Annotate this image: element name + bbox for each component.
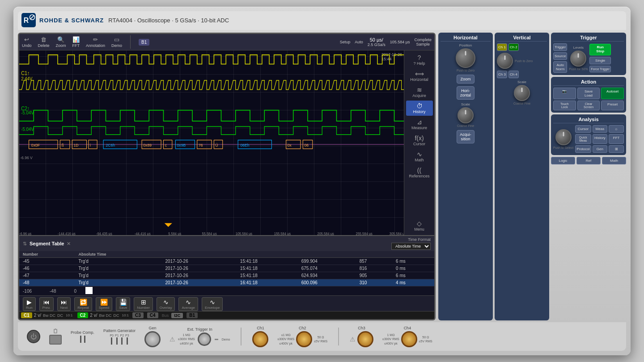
touch-lock-button[interactable]: Touch Lock: [553, 101, 576, 110]
segment-selector[interactable]: [85, 287, 93, 294]
average-button[interactable]: ∿ Average: [178, 297, 198, 311]
levels-label: Levels: [573, 46, 584, 50]
analysis-title: Analysis: [553, 117, 624, 123]
vert-position-knob[interactable]: [497, 53, 513, 69]
fft-button[interactable]: 📊 FFT: [72, 36, 80, 48]
play-icon: ▶: [27, 299, 32, 306]
menu-item-cursor[interactable]: f(x) Cursor: [406, 133, 433, 148]
save-load-button[interactable]: Save Load: [577, 88, 600, 99]
trigger-levels-group: Levels Push for 50%: [569, 46, 588, 71]
history-analysis-button[interactable]: History: [593, 134, 608, 144]
analysis-knob[interactable]: [555, 129, 572, 145]
table-row[interactable]: -47 Trg'd 2017-10-26 15:41:18 624.934 90…: [19, 272, 434, 279]
math-button[interactable]: Math: [602, 157, 626, 164]
ch4-button[interactable]: Ch 4: [508, 71, 519, 78]
row-val1: 699.904: [298, 258, 356, 265]
push-select-label: Push to Select: [553, 146, 573, 149]
single-button[interactable]: Single: [589, 57, 611, 64]
acquisition-btn[interactable]: Acqui- sition: [457, 130, 475, 143]
ch1-button[interactable]: Ch 1: [497, 43, 507, 51]
ch4-specs: 1 MΩ≤300V RMS≤400V pk: [382, 333, 399, 345]
brightness-button[interactable]: ☼: [609, 125, 624, 133]
menu-item-history[interactable]: ⏱ History: [406, 101, 433, 116]
vert-scale-knob[interactable]: [514, 85, 530, 101]
ch2-button[interactable]: Ch 2: [508, 43, 519, 51]
horiz-btn-row2: Hori- zontal: [457, 86, 475, 100]
fft-analysis-button[interactable]: FFT: [609, 134, 624, 144]
speed-button[interactable]: ⏩ Speed: [96, 297, 112, 311]
number-button[interactable]: ⊞ Number: [134, 297, 153, 311]
trigger-button[interactable]: Trigger: [553, 43, 567, 51]
gen-bnc: [144, 331, 161, 347]
bus-val[interactable]: I2C: [171, 313, 183, 318]
cursor-icon: f(x): [407, 135, 432, 142]
cursor-analysis-button[interactable]: Cursor: [575, 125, 591, 133]
demo-icon: ▭: [114, 36, 119, 43]
p0-pin: [111, 337, 112, 345]
source-button[interactable]: Source: [553, 52, 567, 60]
b1-button[interactable]: B1: [139, 39, 149, 46]
protocol-button[interactable]: Protocol: [575, 145, 591, 153]
ch3-button[interactable]: Ch 3: [497, 71, 507, 78]
save-transport-button[interactable]: 💾 Save: [116, 297, 130, 311]
menu-item-measure[interactable]: ⊿ Measure: [406, 117, 433, 132]
menu-item-references[interactable]: (( References: [406, 165, 433, 180]
autoset-button[interactable]: Autoset: [601, 88, 624, 99]
force-trigger-button[interactable]: Force Trigger: [589, 66, 611, 72]
menu-item-main-menu[interactable]: ◇ Menu: [406, 218, 433, 233]
auto-norm-button[interactable]: Auto Norm: [553, 61, 567, 73]
svg-text:105.584 µs: 105.584 µs: [236, 232, 252, 235]
gen-analysis-button[interactable]: Gen: [593, 145, 608, 153]
clear-screen-button[interactable]: Clear Screen: [577, 101, 600, 110]
menu-item-horizontal[interactable]: ⟺ Horizontal: [406, 68, 433, 84]
ch2-front-label: Ch2: [299, 326, 306, 330]
segment-table-area: ⇅ Segment Table ✕ Time Format Absolute T…: [19, 235, 434, 311]
levels-knob[interactable]: [570, 51, 586, 67]
annotation-button[interactable]: ✏ Annotation: [86, 36, 105, 48]
meas-button[interactable]: Meas: [593, 125, 608, 133]
camera-button[interactable]: 📷: [553, 88, 576, 99]
segment-table-close[interactable]: ✕: [67, 241, 71, 247]
zoom-btn[interactable]: Zoom: [457, 75, 475, 84]
col-abs-time: Absolute Time: [75, 251, 162, 258]
demo-button[interactable]: ▭ Demo: [111, 36, 122, 48]
menu-item-help[interactable]: ? ? Help: [406, 52, 433, 67]
seg-expand-icon[interactable]: ⇅: [23, 241, 27, 247]
overlay-button[interactable]: ∿ Overlay: [157, 297, 175, 311]
position-knob[interactable]: [456, 48, 475, 68]
menu-item-math[interactable]: ∿ Math: [406, 149, 433, 164]
vert-scale-label: Scale: [517, 80, 526, 84]
preset-button[interactable]: Preset: [601, 101, 624, 110]
quick-meas-button[interactable]: Quick Meas: [575, 134, 591, 144]
svg-text:1D: 1D: [73, 143, 78, 148]
ch1-front-group: Ch1: [252, 326, 268, 347]
table-row[interactable]: -45 Trg'd 2017-10-26 15:41:18 699.904 85…: [19, 258, 434, 265]
ch3-badge[interactable]: C3: [132, 312, 144, 318]
horizontal-btn[interactable]: Hori- zontal: [457, 86, 475, 100]
run-transport-button[interactable]: ▶ Run: [23, 297, 36, 311]
ch4-badge[interactable]: C4: [147, 312, 158, 318]
menu-item-acquire[interactable]: ≋ Acquire: [406, 84, 433, 100]
ch2-badge[interactable]: C2: [77, 312, 89, 318]
power-button[interactable]: ⏻: [27, 330, 40, 343]
delete-button[interactable]: 🗑 Delete: [38, 36, 50, 48]
next-icon: ⏭: [61, 299, 67, 306]
run-stop-button[interactable]: Run Stop: [589, 44, 611, 55]
b1-badge[interactable]: B1: [186, 312, 198, 318]
vertical-section: Vertical Ch 1 Ch 2 Push to Zero: [495, 33, 549, 320]
envelope-button[interactable]: ∿ Envelope: [202, 297, 223, 311]
logic-button[interactable]: Logic: [551, 157, 575, 164]
table-row[interactable]: -46 Trg'd 2017-10-26 15:41:18 675.074 81…: [19, 265, 434, 272]
ref-button[interactable]: Ref: [576, 157, 601, 164]
table-row-selected[interactable]: -48 Trg'd 2017-10-26 16:41:18 600.096 31…: [19, 279, 434, 286]
repeat-button[interactable]: 🔁 Repeat: [74, 297, 92, 311]
time-format-select[interactable]: Absolute Time: [391, 243, 431, 250]
prev-button[interactable]: ⏮ Prev.: [39, 297, 54, 311]
scale-knob[interactable]: [458, 107, 474, 123]
grid-button[interactable]: ⊞: [609, 145, 624, 153]
ch1-badge[interactable]: C1: [21, 312, 32, 318]
next-button[interactable]: ⏭ Next: [57, 297, 71, 311]
svg-text:305.584 µs: 305.584 µs: [390, 232, 404, 235]
zoom-button[interactable]: 🔍 Zoom: [56, 36, 66, 48]
undo-button[interactable]: ↩ Undo: [22, 36, 32, 48]
